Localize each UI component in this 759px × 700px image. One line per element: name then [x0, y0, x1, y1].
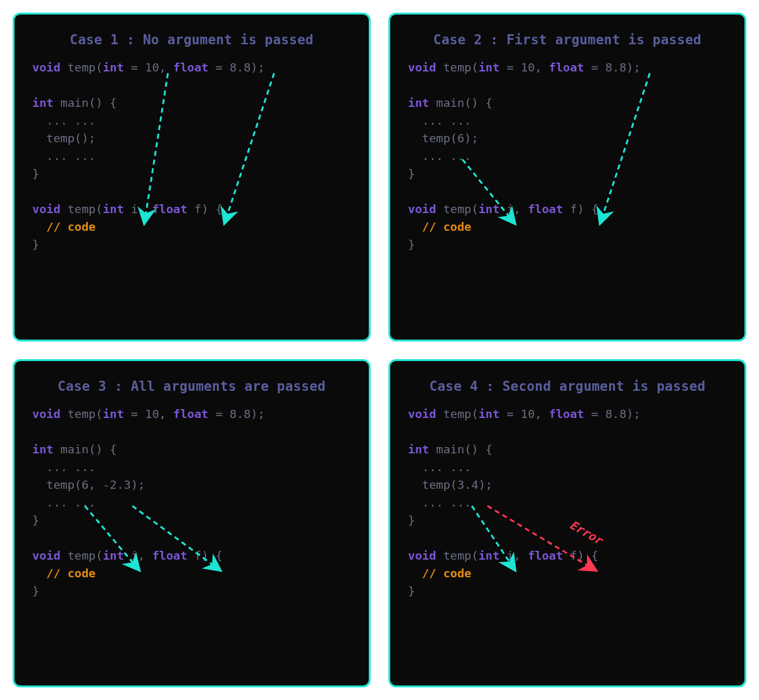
keyword-int: int [32, 443, 53, 456]
default-value-int: 10 [521, 61, 534, 74]
comment-line: // code [422, 567, 471, 580]
code-block: void temp(int = 10, float = 8.8); int ma… [32, 405, 351, 600]
keyword-int: int [102, 61, 123, 74]
default-value-float: 8.8 [605, 407, 626, 421]
keyword-float: float [549, 407, 584, 421]
panel-case-4: Case 4 : Second argument is passed void … [388, 359, 746, 688]
panel-title: Case 1 : No argument is passed [32, 32, 351, 47]
keyword-void: void [408, 61, 436, 74]
keyword-void: void [32, 549, 61, 562]
keyword-int: int [102, 202, 123, 216]
param-i: i [507, 202, 514, 216]
fn-name: temp [443, 549, 472, 562]
panel-title: Case 2 : First argument is passed [408, 32, 727, 47]
param-f: f [194, 202, 201, 216]
comment-line: // code [422, 220, 471, 233]
fn-main: main [61, 443, 89, 456]
comment-line: // code [46, 567, 96, 580]
keyword-void: void [32, 407, 61, 421]
panel-title: Case 3 : All arguments are passed [32, 379, 351, 394]
call-line: temp(6, -2.3); [46, 478, 145, 491]
ellipsis: ... ... [46, 149, 96, 163]
param-i: i [131, 202, 138, 216]
code-block: void temp(int = 10, float = 8.8); int ma… [408, 405, 727, 600]
default-value-float: 8.8 [230, 407, 250, 421]
default-value-float: 8.8 [605, 61, 626, 74]
keyword-int: int [408, 443, 429, 456]
keyword-void: void [408, 407, 436, 421]
param-i: i [507, 549, 514, 562]
panel-title: Case 4 : Second argument is passed [408, 379, 727, 394]
keyword-float: float [528, 549, 563, 562]
call-line: temp(); [46, 132, 96, 145]
fn-name: temp [68, 61, 96, 74]
keyword-int: int [478, 407, 499, 421]
fn-name: temp [443, 407, 472, 421]
keyword-void: void [408, 202, 436, 216]
keyword-float: float [152, 202, 187, 216]
fn-main: main [436, 443, 465, 456]
fn-name: temp [443, 61, 472, 74]
param-i: i [131, 549, 138, 562]
fn-name: temp [443, 202, 472, 216]
code-block: void temp(int = 10, float = 8.8); int ma… [408, 59, 727, 254]
panel-case-1: Case 1 : No argument is passed void temp… [13, 13, 371, 341]
panel-case-2: Case 2 : First argument is passed void t… [388, 13, 746, 341]
ellipsis: ... ... [46, 114, 96, 127]
keyword-float: float [528, 202, 563, 216]
ellipsis: ... ... [422, 460, 471, 474]
param-f: f [570, 549, 577, 562]
keyword-int: int [478, 549, 499, 562]
ellipsis: ... ... [422, 149, 471, 163]
fn-name: temp [68, 202, 96, 216]
comment-line: // code [46, 220, 96, 233]
fn-main: main [436, 96, 465, 109]
default-value-int: 10 [145, 407, 159, 421]
call-line: temp(6); [422, 132, 478, 145]
keyword-int: int [478, 202, 499, 216]
keyword-void: void [408, 549, 436, 562]
keyword-int: int [102, 407, 123, 421]
keyword-void: void [32, 61, 61, 74]
default-value-float: 8.8 [230, 61, 250, 74]
keyword-float: float [152, 549, 187, 562]
ellipsis: ... ... [422, 114, 471, 127]
call-line: temp(3.4); [422, 478, 492, 491]
keyword-float: float [173, 61, 209, 74]
ellipsis: ... ... [46, 460, 96, 474]
param-f: f [570, 202, 577, 216]
diagram-grid: Case 1 : No argument is passed void temp… [13, 13, 746, 687]
fn-name: temp [68, 407, 96, 421]
keyword-int: int [408, 96, 429, 109]
default-value-int: 10 [145, 61, 159, 74]
panel-case-3: Case 3 : All arguments are passed void t… [13, 359, 371, 688]
keyword-int: int [102, 549, 123, 562]
keyword-int: int [478, 61, 499, 74]
keyword-void: void [32, 202, 61, 216]
default-value-int: 10 [521, 407, 534, 421]
keyword-int: int [32, 96, 53, 109]
ellipsis: ... ... [422, 496, 471, 509]
code-block: void temp(int = 10, float = 8.8); int ma… [32, 59, 351, 254]
fn-main: main [61, 96, 89, 109]
param-f: f [194, 549, 201, 562]
keyword-float: float [549, 61, 584, 74]
keyword-float: float [173, 407, 209, 421]
ellipsis: ... ... [46, 496, 96, 509]
fn-name: temp [68, 549, 96, 562]
